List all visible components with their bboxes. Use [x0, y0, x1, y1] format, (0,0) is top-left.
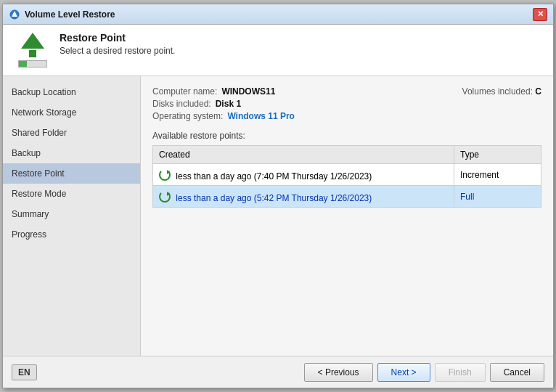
volumes-value: C: [535, 86, 541, 97]
main-window: Volume Level Restore ✕ Restore Point Sel…: [2, 4, 554, 388]
previous-button[interactable]: < Previous: [304, 363, 373, 382]
row2-type: Full: [454, 186, 541, 208]
restore-point-icon: [15, 32, 51, 68]
header-text: Restore Point Select a desired restore p…: [60, 32, 175, 56]
table-row[interactable]: less than a day ago (5:42 PM Thursday 1/…: [153, 186, 541, 208]
available-label: Available restore points:: [152, 131, 541, 141]
table-row[interactable]: less than a day ago (7:40 PM Thursday 1/…: [153, 164, 541, 186]
titlebar: Volume Level Restore ✕: [3, 4, 553, 25]
volumes-section: Volumes included: C: [462, 86, 541, 97]
os-label: Operating system:: [152, 111, 223, 121]
next-button[interactable]: Next >: [377, 363, 430, 382]
cancel-button[interactable]: Cancel: [490, 363, 544, 382]
row1-created: less than a day ago (7:40 PM Thursday 1/…: [153, 164, 454, 186]
disks-label: Disks included:: [152, 99, 211, 109]
computer-name-value: WINDOWS11: [221, 86, 275, 97]
disks-value: Disk 1: [216, 99, 241, 109]
content-area: Computer name: WINDOWS11 Disks included:…: [141, 76, 553, 356]
computer-name-label: Computer name:: [152, 86, 217, 97]
header-subtitle: Select a desired restore point.: [60, 46, 175, 56]
footer-buttons: < Previous Next > Finish Cancel: [304, 363, 544, 382]
restore-icon-1: [159, 169, 171, 181]
row1-type: Increment: [454, 164, 541, 186]
sidebar-item-summary[interactable]: Summary: [3, 204, 140, 224]
sidebar-item-backup[interactable]: Backup: [3, 143, 140, 163]
col-header-created: Created: [153, 146, 454, 164]
row2-created: less than a day ago (5:42 PM Thursday 1/…: [153, 186, 454, 208]
sidebar-item-progress[interactable]: Progress: [3, 224, 140, 245]
sidebar-item-network-storage[interactable]: Network Storage: [3, 102, 140, 123]
col-header-type: Type: [454, 146, 541, 164]
sidebar-item-restore-mode[interactable]: Restore Mode: [3, 184, 140, 204]
main-area: Backup Location Network Storage Shared F…: [3, 76, 553, 356]
volumes-label: Volumes included:: [462, 86, 533, 97]
restore-table: Created Type less than a day ago (7:40 P…: [152, 145, 541, 208]
header-area: Restore Point Select a desired restore p…: [3, 25, 553, 76]
header-title: Restore Point: [60, 32, 175, 44]
sidebar-item-restore-point[interactable]: Restore Point: [3, 163, 140, 184]
close-button[interactable]: ✕: [533, 8, 547, 21]
footer: EN < Previous Next > Finish Cancel: [3, 356, 553, 388]
language-indicator: EN: [12, 364, 37, 380]
window-icon: [9, 9, 20, 20]
info-section: Computer name: WINDOWS11 Disks included:…: [152, 86, 295, 123]
restore-icon-2: [159, 191, 171, 203]
window-title: Volume Level Restore: [25, 9, 533, 20]
sidebar-item-shared-folder[interactable]: Shared Folder: [3, 123, 140, 143]
finish-button[interactable]: Finish: [435, 363, 486, 382]
sidebar: Backup Location Network Storage Shared F…: [3, 76, 141, 356]
os-value: Windows 11 Pro: [227, 111, 295, 121]
sidebar-item-backup-location[interactable]: Backup Location: [3, 82, 140, 102]
